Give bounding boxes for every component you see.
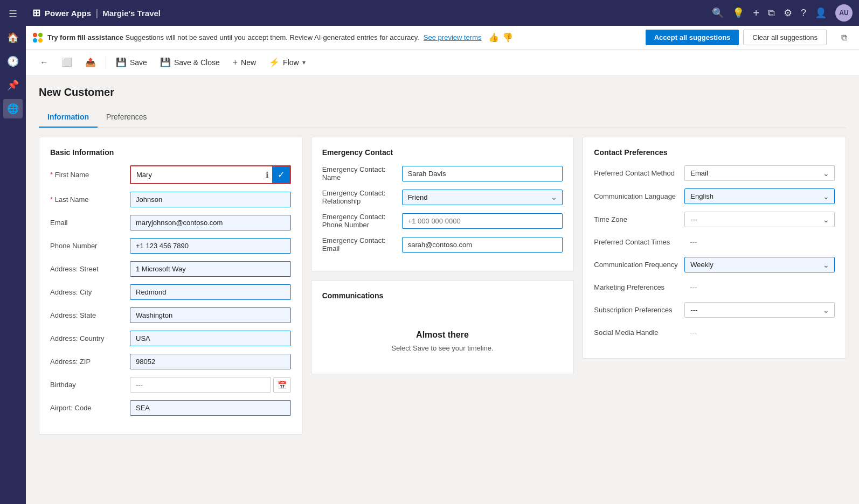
add-icon[interactable]: + [753, 7, 759, 19]
ec-phone-input[interactable] [402, 213, 563, 229]
cp-timezone-row: Time Zone --- [594, 212, 835, 227]
accept-suggestion-button[interactable]: ✓ [272, 166, 290, 183]
tab-preferences[interactable]: Preferences [98, 107, 155, 128]
filter-icon[interactable]: ⧉ [768, 8, 775, 19]
cp-preferred-method-select[interactable]: Email Phone SMS [684, 165, 835, 181]
birthday-input[interactable] [130, 377, 271, 393]
email-field-row: Email [50, 215, 291, 230]
save-close-icon: 💾 [160, 57, 171, 67]
sidebar-recent[interactable]: 🕐 [3, 52, 23, 71]
cp-timezone-select[interactable]: --- [684, 212, 835, 227]
svg-point-3 [38, 38, 43, 43]
email-input[interactable] [130, 215, 291, 230]
thumbs-up-button[interactable]: 👍 [488, 32, 499, 43]
new-button[interactable]: + New [227, 54, 261, 71]
communications-section: Communications Almost there Select Save … [311, 280, 574, 374]
cp-subscription-row: Subscription Preferences --- [594, 302, 835, 318]
ec-email-input[interactable] [402, 237, 563, 253]
back-button[interactable]: ← [34, 54, 54, 71]
sidebar-pinned[interactable]: 📌 [3, 75, 23, 95]
ec-relationship-select-wrapper: Friend Family Colleague [402, 190, 563, 205]
street-label: Address: Street [50, 265, 126, 273]
cp-marketing-value: --- [684, 280, 835, 295]
accept-all-button[interactable]: Accept all suggestions [646, 30, 739, 45]
state-input[interactable] [130, 307, 291, 323]
grid-icon[interactable]: ⊞ [32, 7, 40, 19]
phone-input[interactable] [130, 238, 291, 254]
form-tabs: Information Preferences [39, 107, 846, 128]
search-icon[interactable]: 🔍 [712, 7, 724, 19]
email-label: Email [50, 219, 126, 227]
thumbs-down-button[interactable]: 👎 [502, 32, 513, 43]
almost-there-text: Select Save to see your timeline. [333, 344, 552, 352]
svg-point-0 [33, 33, 37, 37]
almost-there-title: Almost there [333, 330, 552, 340]
app-name: Power Apps [45, 9, 91, 18]
save-close-button[interactable]: 💾 Save & Close [155, 54, 225, 71]
cp-frequency-label: Communication Frequency [594, 261, 680, 269]
settings-icon[interactable]: ⚙ [784, 7, 792, 19]
restore-button[interactable]: ⬜ [56, 54, 78, 71]
airport-input[interactable] [130, 400, 291, 416]
cp-subscription-select[interactable]: --- [684, 302, 835, 318]
last-name-input[interactable] [130, 192, 291, 207]
restore-icon: ⬜ [61, 57, 72, 67]
city-input[interactable] [130, 284, 291, 300]
ec-name-input[interactable] [402, 166, 563, 181]
zip-label: Address: ZIP [50, 358, 126, 366]
airport-field-row: Airport: Code [50, 400, 291, 416]
first-name-action-icons: ℹ ✓ [262, 166, 290, 183]
country-input[interactable] [130, 331, 291, 346]
emergency-contact-section: Emergency Contact Emergency Contact: Nam… [311, 137, 574, 271]
cp-language-select[interactable]: English Spanish French [684, 188, 835, 204]
almost-there-area: Almost there Select Save to see your tim… [322, 309, 563, 363]
ec-phone-label: Emergency Contact: Phone Number [322, 213, 398, 229]
flow-dropdown-icon[interactable]: ▾ [302, 59, 306, 66]
avatar[interactable]: AU [835, 4, 853, 22]
info-icon-button[interactable]: ℹ [262, 168, 272, 182]
tab-information[interactable]: Information [39, 107, 98, 128]
help-icon[interactable]: ? [801, 8, 806, 19]
cp-language-select-wrapper: English Spanish French [684, 188, 835, 204]
cp-social-value: --- [684, 325, 835, 340]
first-name-input[interactable] [131, 167, 262, 182]
street-input[interactable] [130, 261, 291, 277]
person-icon[interactable]: 👤 [815, 7, 827, 19]
contact-preferences-section: Contact Preferences Preferred Contact Me… [583, 137, 846, 359]
share-button[interactable]: 📤 [80, 54, 101, 71]
last-name-label: * Last Name [50, 195, 126, 204]
save-button[interactable]: 💾 Save [110, 54, 153, 71]
cp-preferred-times-label: Preferred Contact Times [594, 238, 680, 246]
nav-actions: 🔍 💡 + ⧉ ⚙ ? 👤 AU [712, 4, 853, 22]
cp-preferred-times-row: Preferred Contact Times --- [594, 235, 835, 249]
birthday-field-row: Birthday 📅 [50, 377, 291, 393]
airport-label: Airport: Code [50, 404, 126, 412]
emergency-contact-title: Emergency Contact [322, 148, 563, 157]
toolbar: ← ⬜ 📤 💾 Save 💾 Save & Close + New ⚡ Flow… [26, 50, 859, 75]
sidebar-globe[interactable]: 🌐 [3, 99, 23, 118]
zip-field-row: Address: ZIP [50, 354, 291, 369]
basic-info-title: Basic Information [50, 148, 291, 157]
calendar-icon-button[interactable]: 📅 [273, 377, 291, 393]
ai-preview-terms-link[interactable]: See preview terms [424, 33, 482, 41]
ai-logo-icon [32, 32, 43, 43]
right-panel-icon[interactable]: ⧉ [841, 33, 847, 43]
flow-button[interactable]: ⚡ Flow ▾ [264, 54, 311, 71]
cp-language-row: Communication Language English Spanish F… [594, 188, 835, 204]
cp-frequency-select[interactable]: Weekly Daily Monthly [684, 257, 835, 272]
sidebar-menu-toggle[interactable]: ☰ [3, 4, 23, 24]
sidebar-home[interactable]: 🏠 [3, 28, 23, 47]
ec-relationship-select[interactable]: Friend Family Colleague [402, 190, 563, 205]
state-label: Address: State [50, 311, 126, 319]
flow-icon: ⚡ [269, 57, 280, 67]
state-field-row: Address: State [50, 307, 291, 323]
ai-banner: Try form fill assistance Suggestions wil… [26, 26, 859, 50]
form-grid: Basic Information * First Name ℹ ✓ [39, 137, 846, 435]
lightbulb-icon[interactable]: 💡 [732, 7, 744, 19]
cp-preferred-method-label: Preferred Contact Method [594, 169, 680, 177]
zip-input[interactable] [130, 354, 291, 369]
clear-all-button[interactable]: Clear all suggestions [743, 30, 827, 45]
app-wrapper: ⊞ Power Apps | Margie's Travel 🔍 💡 + ⧉ ⚙… [26, 0, 859, 504]
back-icon: ← [40, 58, 49, 67]
contact-preferences-title: Contact Preferences [594, 148, 835, 157]
